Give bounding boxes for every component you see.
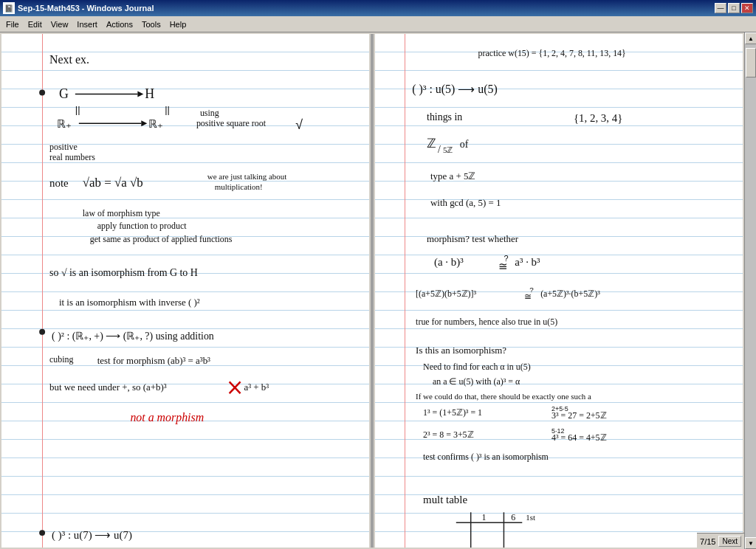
- svg-text:{1, 2, 3, 4}: {1, 2, 3, 4}: [574, 112, 622, 124]
- right-page[interactable]: practice w(15) = {1, 2, 4, 7, 8, 11, 13,…: [375, 34, 743, 548]
- svg-text:≅: ≅: [498, 260, 508, 272]
- pages-container: Next ex. G H || || ℝ₊ ℝ₊ using positive …: [0, 32, 744, 549]
- menu-view[interactable]: View: [47, 18, 73, 30]
- svg-text:(  )³  :  u(7) ⟶ u(7): ( )³ : u(7) ⟶ u(7): [52, 529, 132, 542]
- svg-text:||: ||: [75, 104, 80, 115]
- title-bar: 📓 Sep-15-Math453 - Windows Journal — □ ✕: [0, 0, 756, 16]
- svg-text:/: /: [438, 144, 441, 155]
- scroll-track[interactable]: [745, 44, 756, 537]
- svg-point-1: [39, 90, 45, 96]
- svg-text:ℝ₊: ℝ₊: [57, 118, 72, 130]
- right-page-content: practice w(15) = {1, 2, 4, 7, 8, 11, 13,…: [375, 34, 743, 548]
- menu-actions[interactable]: Actions: [102, 18, 137, 30]
- svg-text:√ab = √a √b: √ab = √a √b: [83, 176, 143, 190]
- svg-text:3³ = 27 = 2+5ℤ: 3³ = 27 = 2+5ℤ: [551, 410, 606, 421]
- svg-text:Is this an isomorphism?: Is this an isomorphism?: [416, 345, 506, 356]
- svg-text:apply function to product: apply function to product: [97, 221, 188, 231]
- menu-insert[interactable]: Insert: [72, 18, 102, 30]
- svg-text:multiplication!: multiplication!: [215, 182, 263, 191]
- svg-text:so √   is an isomorphism from : so √ is an isomorphism from G to H: [49, 267, 198, 278]
- svg-text:type  a + 5ℤ: type a + 5ℤ: [430, 170, 475, 182]
- app-icon: 📓: [3, 2, 15, 14]
- svg-text:positive square root: positive square root: [196, 118, 267, 128]
- svg-text:it is an isomorphism with inve: it is an isomorphism with inverse ( )²: [59, 297, 200, 308]
- svg-text:5ℤ: 5ℤ: [443, 145, 453, 154]
- svg-text:with gcd (a, 5) = 1: with gcd (a, 5) = 1: [430, 197, 501, 208]
- svg-text:1: 1: [482, 512, 487, 522]
- svg-text:real numbers: real numbers: [49, 152, 95, 162]
- svg-text:not a morphism: not a morphism: [130, 411, 204, 424]
- svg-text:G: G: [59, 86, 69, 101]
- svg-text:ℤ: ℤ: [427, 137, 436, 151]
- svg-text:≅: ≅: [524, 291, 532, 302]
- svg-text:things in: things in: [427, 111, 462, 122]
- svg-text:Next ex.: Next ex.: [49, 53, 89, 66]
- svg-text:test confirms (  )³ is an isom: test confirms ( )³ is an isomorphism: [423, 452, 549, 462]
- svg-text:cubing: cubing: [49, 354, 73, 365]
- svg-text:||: ||: [165, 104, 170, 115]
- svg-text:[(a+5ℤ)(b+5ℤ)]³: [(a+5ℤ)(b+5ℤ)]³: [416, 289, 476, 299]
- svg-text:6: 6: [511, 512, 515, 522]
- svg-text:but we need under +, so (a+b)³: but we need under +, so (a+b)³: [49, 381, 167, 393]
- title-bar-controls: — □ ✕: [715, 3, 753, 13]
- svg-text:(a+5ℤ)³·(b+5ℤ)³: (a+5ℤ)³·(b+5ℤ)³: [540, 289, 600, 299]
- svg-text:a³ · b³: a³ · b³: [515, 256, 540, 268]
- svg-point-35: [39, 530, 45, 536]
- svg-text:If we could do that, there sho: If we could do that, there should be exa…: [416, 392, 591, 401]
- scrollbar[interactable]: ▲ ▼: [744, 32, 756, 549]
- svg-text:note: note: [49, 177, 69, 189]
- svg-text:Need to find for each α in u(5: Need to find for each α in u(5): [423, 362, 531, 372]
- svg-marker-4: [137, 92, 143, 97]
- svg-text:(  )²  :  (ℝ₊, +) ⟶ (ℝ₊, ?)  u: ( )² : (ℝ₊, +) ⟶ (ℝ₊, ?) using addition: [52, 331, 214, 342]
- svg-text:get same as product of applied: get same as product of applied functions: [90, 234, 233, 244]
- svg-text:√: √: [295, 117, 303, 132]
- close-button[interactable]: ✕: [741, 3, 753, 13]
- svg-text:H: H: [145, 86, 154, 101]
- svg-text:(  )³ :  u(5)  ⟶  u(5): ( )³ : u(5) ⟶ u(5): [412, 83, 498, 96]
- minimize-button[interactable]: —: [715, 3, 726, 13]
- menu-help[interactable]: Help: [165, 18, 191, 30]
- svg-text:(a · b)³: (a · b)³: [434, 256, 464, 269]
- svg-text:ℝ₊: ℝ₊: [148, 118, 163, 130]
- svg-text:a³ + b³: a³ + b³: [244, 381, 269, 393]
- svg-text:morphism?   test whether: morphism? test whether: [427, 233, 519, 244]
- svg-text:of: of: [460, 139, 469, 150]
- svg-text:true for numbers, hence also t: true for numbers, hence also true in u(5…: [416, 317, 557, 327]
- menu-tools[interactable]: Tools: [137, 18, 165, 30]
- svg-text:4³ = 64 = 4+5ℤ: 4³ = 64 = 4+5ℤ: [551, 432, 606, 443]
- main-area: Next ex. G H || || ℝ₊ ℝ₊ using positive …: [0, 32, 756, 549]
- svg-marker-10: [141, 120, 147, 126]
- left-page-content: Next ex. G H || || ℝ₊ ℝ₊ using positive …: [1, 34, 369, 548]
- svg-text:law of morphism type: law of morphism type: [83, 208, 160, 218]
- svg-text:1³ = (1+5ℤ)³ = 1: 1³ = (1+5ℤ)³ = 1: [423, 407, 482, 418]
- svg-text:practice w(15) = {1, 2, 4, 7, : practice w(15) = {1, 2, 4, 7, 8, 11, 13,…: [478, 48, 626, 58]
- menu-bar: File Edit View Insert Actions Tools Help: [0, 16, 756, 32]
- svg-text:we are just talking about: we are just talking about: [207, 172, 286, 181]
- svg-point-26: [39, 329, 45, 335]
- svg-text:1st: 1st: [526, 513, 535, 522]
- menu-file[interactable]: File: [1, 18, 24, 30]
- scroll-down-button[interactable]: ▼: [745, 537, 756, 549]
- svg-text:test for morphism  (ab)³ = a³b: test for morphism (ab)³ = a³b³: [97, 355, 210, 366]
- svg-text:positive: positive: [49, 142, 78, 152]
- window-title: Sep-15-Math453 - Windows Journal: [18, 4, 154, 13]
- maximize-button[interactable]: □: [728, 3, 740, 13]
- page-separator[interactable]: [371, 34, 374, 548]
- scroll-thumb[interactable]: [746, 48, 756, 77]
- svg-text:2³ = 8 = 3+5ℤ: 2³ = 8 = 3+5ℤ: [423, 429, 474, 440]
- svg-text:an  a ∈ u(5)  with (a)³ = α: an a ∈ u(5) with (a)³ = α: [433, 376, 520, 387]
- svg-text:using: using: [200, 108, 219, 118]
- title-bar-left: 📓 Sep-15-Math453 - Windows Journal: [3, 2, 154, 14]
- menu-edit[interactable]: Edit: [24, 18, 47, 30]
- svg-text:mult  table: mult table: [423, 494, 467, 505]
- scroll-up-button[interactable]: ▲: [745, 32, 756, 44]
- left-page[interactable]: Next ex. G H || || ℝ₊ ℝ₊ using positive …: [1, 34, 369, 548]
